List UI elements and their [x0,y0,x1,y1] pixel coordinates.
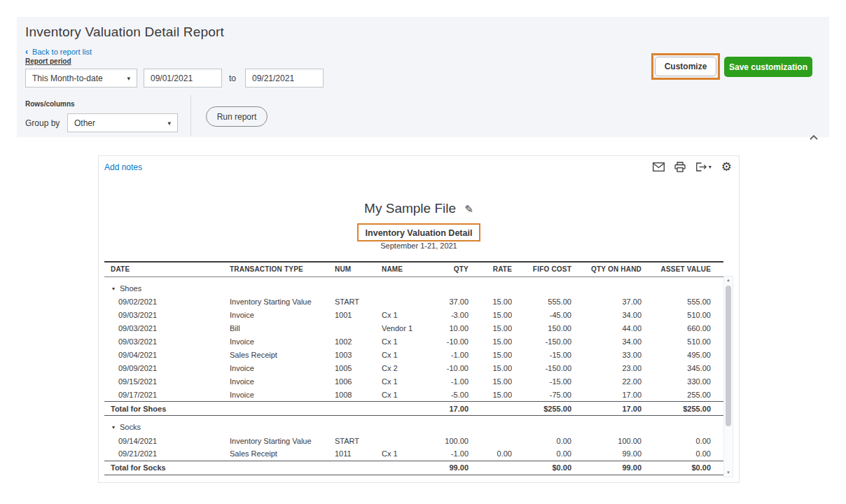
total-row-socks: Total for Socks99.00$0.0099.00$0.00 [104,461,723,475]
cell-num: START [328,295,375,309]
cell-rate: 0.00 [469,447,512,461]
cell-name [375,295,429,309]
collapse-triangle-icon[interactable]: ▾ [112,424,115,430]
cell-rate: 15.00 [469,335,512,349]
column-header-transaction-type: TRANSACTION TYPE [223,262,328,276]
cell-qty: -1.00 [429,375,469,388]
gear-icon[interactable]: ⚙ [721,161,732,173]
cell-asset-value: 255.00 [642,388,723,402]
cell-asset-value: 0.00 [642,447,723,461]
cell-date: 09/09/2021 [104,362,223,375]
cell-name: Vendor 1 [375,322,429,335]
column-header-qty-on-hand: QTY ON HAND [571,262,642,276]
cell-rate [469,434,512,447]
table-row[interactable]: 09/17/2021Invoice1008Cx 1-5.0015.00-75.0… [104,388,723,402]
cell-qty-on-hand: 34.00 [571,309,642,322]
end-date-input[interactable] [245,69,324,88]
cell-transaction-type [223,402,328,416]
collapse-filter-panel-button[interactable] [805,131,822,142]
cell-rate: 15.00 [469,309,512,322]
group-by-select[interactable]: Other ▾ [67,113,178,132]
cell-name [375,461,429,475]
table-row[interactable]: 09/03/2021Invoice1002Cx 1-10.0015.00-150… [104,335,723,349]
cell-date: Total for Socks [104,461,223,475]
group-row-shoes[interactable]: ▾Shoes [104,276,723,295]
table-row[interactable]: 09/21/2021Sales Receipt1011Cx 1-1.000.00… [104,447,723,461]
table-row[interactable]: 09/02/2021Inventory Starting ValueSTART3… [104,295,723,309]
cell-transaction-type: Inventory Starting Value [223,434,328,447]
cell-rate [469,461,512,475]
cell-rate: 15.00 [469,388,512,402]
save-customization-button[interactable]: Save customization [724,57,812,77]
vertical-scrollbar[interactable]: ▲ ▼ [723,276,733,477]
cell-num: 1005 [328,362,375,375]
cell-name: Cx 2 [375,362,429,375]
pencil-edit-icon[interactable]: ✎ [464,203,473,216]
page-title: Inventory Valuation Detail Report [25,24,224,40]
group-row-socks[interactable]: ▾Socks [104,416,723,435]
cell-rate: 15.00 [469,295,512,309]
cell-transaction-type: Invoice [223,335,328,349]
report-period-value: This Month-to-date [32,74,103,83]
table-row[interactable]: 09/14/2021Inventory Starting ValueSTART1… [104,434,723,447]
table-row[interactable]: 09/03/2021BillVendor 110.0015.00150.0044… [104,322,723,335]
cell-transaction-type [223,461,328,475]
cell-name: Cx 1 [375,447,429,461]
report-table: DATETRANSACTION TYPENUMNAMEQTYRATEFIFO C… [104,261,723,475]
column-header-rate: RATE [469,262,512,276]
cell-date: 09/14/2021 [104,434,223,447]
table-row[interactable]: 09/15/2021Invoice1006Cx 1-1.0015.00-15.0… [104,375,723,388]
run-report-button[interactable]: Run report [206,106,268,127]
cell-qty-on-hand: 37.00 [571,295,642,309]
cell-name [375,402,429,416]
table-row[interactable]: 09/04/2021Sales Receipt1003Cx 1-1.0015.0… [104,349,723,362]
cell-date: 09/03/2021 [104,322,223,335]
rows-columns-label: Rows/columns [25,100,75,108]
app-page: { "colors": { "accent_teal": "#0077c5", … [0,0,846,504]
customize-button[interactable]: Customize [655,57,716,76]
collapse-triangle-icon[interactable]: ▾ [112,286,115,292]
cell-transaction-type: Invoice [223,388,328,402]
scroll-down-button[interactable]: ▼ [724,469,733,477]
scrollbar-thumb[interactable] [726,286,731,426]
cell-qty: 99.00 [429,461,469,475]
table-header-row: DATETRANSACTION TYPENUMNAMEQTYRATEFIFO C… [104,262,723,276]
cell-rate: 15.00 [469,362,512,375]
cell-date: 09/21/2021 [104,447,223,461]
cell-num [328,461,375,475]
export-icon[interactable]: ▾ [695,162,712,172]
chevron-down-icon: ▾ [167,120,171,127]
cell-qty-on-hand: 17.00 [571,402,642,416]
table-row[interactable]: 09/09/2021Invoice1005Cx 2-10.0015.00-150… [104,362,723,375]
back-to-report-list-link[interactable]: ‹ Back to report list [25,47,92,57]
scroll-up-button[interactable]: ▲ [724,276,733,284]
cell-fifo-cost: 555.00 [512,295,571,309]
cell-date: 09/15/2021 [104,375,223,388]
company-name: My Sample File [364,201,456,216]
cell-asset-value: $0.00 [642,461,723,475]
chevron-down-icon: ▾ [709,164,712,170]
cell-fifo-cost: -150.00 [512,362,571,375]
cell-num: START [328,434,375,447]
cell-qty-on-hand: 17.00 [571,388,642,402]
cell-rate [469,402,512,416]
cell-fifo-cost: $255.00 [512,402,571,416]
scrollbar-track[interactable] [724,284,733,469]
cell-rate: 15.00 [469,322,512,335]
cell-transaction-type: Invoice [223,362,328,375]
email-icon[interactable] [653,162,665,172]
cell-qty-on-hand: 100.00 [571,434,642,447]
start-date-input[interactable] [144,69,222,88]
print-icon[interactable] [674,162,686,172]
cell-name [375,434,429,447]
cell-fifo-cost: -150.00 [512,335,571,349]
annotation-box-report-title: Inventory Valuation Detail [357,223,481,241]
add-notes-link[interactable]: Add notes [104,162,142,172]
column-header-qty: QTY [429,262,469,276]
cell-qty-on-hand: 44.00 [571,322,642,335]
report-period-select[interactable]: This Month-to-date ▾ [25,69,137,88]
cell-name: Cx 1 [375,309,429,322]
vertical-divider [190,95,191,136]
cell-num: 1001 [328,309,375,322]
table-row[interactable]: 09/03/2021Invoice1001Cx 1-3.0015.00-45.0… [104,309,723,322]
